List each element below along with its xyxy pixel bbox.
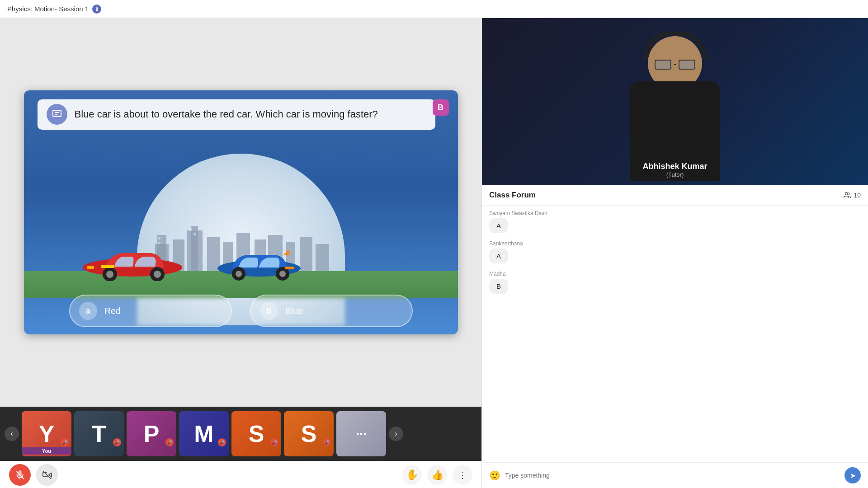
car-red: [78, 245, 187, 281]
participant-m[interactable]: M 🎤: [179, 411, 229, 456]
answer-buttons: a Red b Blue: [24, 295, 458, 327]
tutor-figure-area: [482, 18, 868, 185]
participant-m-initial: M: [194, 420, 213, 447]
participant-you-name: You: [22, 447, 71, 455]
participant-p[interactable]: P 🎤: [127, 411, 176, 456]
svg-point-36: [845, 192, 848, 195]
forum-title: Class Forum: [489, 191, 536, 200]
thumbs-up-button[interactable]: 👍: [427, 465, 447, 485]
participant-s1-initial: S: [249, 420, 264, 447]
video-feed: Abhishek Kumar (Tutor): [482, 18, 868, 185]
strip-prev-button[interactable]: ‹: [5, 427, 19, 441]
forum-msg-3-text: B: [489, 279, 508, 294]
participant-strip: ‹ Y You 🎤 T 🎤 P 🎤 M 🎤: [0, 407, 481, 461]
answer-a-text: Red: [104, 306, 121, 316]
top-header: Physics: Motion- Session 1 ℹ: [0, 0, 868, 18]
forum-header: Class Forum 10: [482, 185, 868, 206]
forum-msg-2-text: A: [489, 249, 508, 263]
info-icon[interactable]: ℹ: [92, 5, 101, 14]
slide-area: Blue car is about to overtake the red ca…: [0, 18, 481, 407]
raise-hand-button[interactable]: ✋: [402, 465, 422, 485]
svg-rect-15: [316, 244, 329, 271]
svg-point-29: [236, 271, 242, 277]
forum-messages: Swoyam Swastika Dash A Sankeerthana A Ma…: [482, 206, 868, 462]
forum-msg-1: Swoyam Swastika Dash A: [489, 210, 861, 233]
participant-s1-mic: 🎤: [270, 438, 278, 446]
svg-rect-16: [158, 237, 160, 239]
camera-button[interactable]: [36, 464, 58, 486]
forum-msg-2: Sankeerthana A: [489, 240, 861, 263]
right-panel: Abhishek Kumar (Tutor) Class Forum 10: [481, 18, 868, 488]
tutor-name: Abhishek Kumar: [482, 162, 868, 171]
svg-point-22: [106, 271, 113, 278]
participant-m-mic: 🎤: [218, 438, 226, 446]
svg-point-24: [154, 271, 161, 278]
svg-rect-17: [158, 242, 160, 244]
page-title: Physics: Motion- Session 1: [7, 5, 89, 13]
participant-more-dots: ···: [356, 427, 366, 441]
slide-container: Blue car is about to overtake the red ca…: [24, 90, 458, 334]
svg-rect-18: [189, 228, 192, 231]
b-badge: B: [433, 99, 449, 116]
tutor-name-area: Abhishek Kumar (Tutor): [482, 162, 868, 178]
svg-rect-0: [53, 110, 61, 117]
scene-area: [24, 149, 458, 298]
participant-you[interactable]: Y You 🎤: [22, 411, 71, 456]
participant-s2[interactable]: S 🎤: [284, 411, 334, 456]
answer-b-button[interactable]: b Blue: [250, 295, 413, 327]
answer-b-text: Blue: [285, 306, 303, 316]
emoji-button[interactable]: 🙂: [489, 470, 500, 481]
send-icon: ➤: [850, 471, 856, 480]
participant-you-mic: 🎤: [61, 438, 69, 446]
svg-rect-26: [87, 266, 94, 269]
forum-msg-3-sender: Madha: [489, 271, 861, 277]
participant-t-initial: T: [92, 420, 106, 447]
class-forum: Class Forum 10 Swoyam Swastika Dash A: [482, 185, 868, 488]
forum-input[interactable]: [505, 472, 840, 479]
forum-count-number: 10: [854, 192, 861, 199]
tutor-headphone: [643, 32, 707, 59]
svg-rect-32: [285, 267, 294, 269]
bottom-controls: ✋ 👍 ⋮: [0, 461, 481, 488]
tutor-role: (Tutor): [482, 171, 868, 178]
participant-p-initial: P: [144, 420, 160, 447]
answer-a-letter: a: [79, 302, 97, 320]
forum-count: 10: [844, 192, 861, 199]
forum-msg-1-text: A: [489, 218, 508, 233]
tutor-background: Abhishek Kumar (Tutor): [482, 18, 868, 185]
left-panel: Blue car is about to overtake the red ca…: [0, 18, 481, 488]
forum-msg-3: Madha B: [489, 271, 861, 294]
svg-rect-25: [101, 265, 114, 268]
answer-b-letter: b: [260, 302, 278, 320]
svg-point-31: [279, 271, 286, 277]
strip-next-button[interactable]: ›: [389, 427, 403, 441]
main-area: Blue car is about to overtake the red ca…: [0, 18, 868, 488]
participant-t[interactable]: T 🎤: [74, 411, 124, 456]
forum-msg-1-sender: Swoyam Swastika Dash: [489, 210, 861, 216]
question-box: Blue car is about to overtake the red ca…: [38, 99, 435, 130]
mic-button[interactable]: [9, 464, 31, 486]
tutor-glasses: [655, 59, 695, 70]
participant-s2-mic: 🎤: [323, 438, 331, 446]
question-text: Blue car is about to overtake the red ca…: [75, 108, 378, 120]
participant-p-mic: 🎤: [165, 438, 174, 446]
send-button[interactable]: ➤: [844, 467, 861, 483]
more-options-button[interactable]: ⋮: [453, 465, 472, 485]
participant-t-mic: 🎤: [113, 438, 121, 446]
participant-you-initial: Y: [39, 420, 55, 447]
participant-more[interactable]: ···: [336, 411, 386, 456]
answer-a-button[interactable]: a Red: [69, 295, 232, 327]
forum-input-area: 🙂 ➤: [482, 462, 868, 488]
forum-msg-2-sender: Sankeerthana: [489, 240, 861, 247]
svg-rect-19: [193, 233, 196, 235]
participant-s1[interactable]: S 🎤: [231, 411, 281, 456]
question-icon: [47, 104, 67, 125]
question-inner: Blue car is about to overtake the red ca…: [70, 108, 425, 122]
car-blue: [214, 245, 304, 281]
participant-s2-initial: S: [301, 420, 317, 447]
